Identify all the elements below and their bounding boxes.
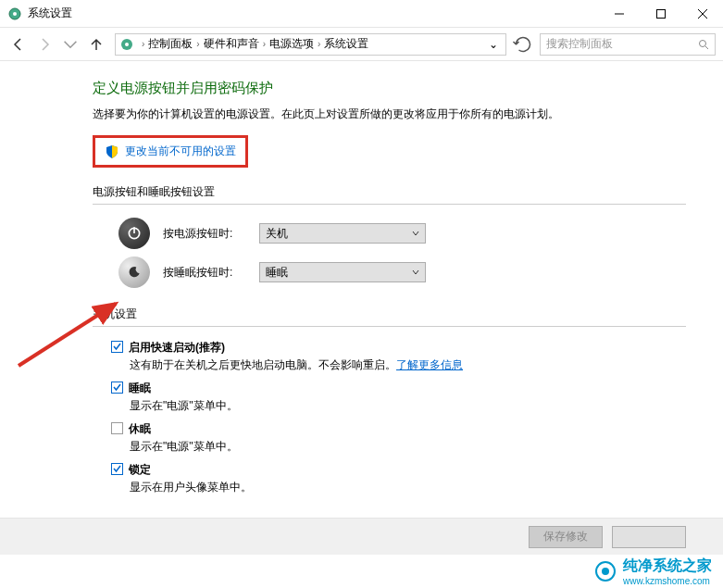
option-title: 睡眠 (129, 381, 151, 396)
svg-point-8 (700, 40, 706, 46)
watermark: 纯净系统之家 www.kzmshome.com (0, 555, 723, 588)
option-desc: 这有助于在关机之后更快地启动电脑。不会影响重启。了解更多信息 (130, 357, 686, 373)
chevron-down-icon (412, 230, 419, 237)
power-icon (118, 218, 150, 249)
save-button[interactable]: 保存修改 (529, 526, 603, 548)
breadcrumb-item[interactable]: 控制面板 (148, 36, 193, 52)
breadcrumb-item[interactable]: 电源选项 (269, 36, 314, 52)
sleep-button-row: 按睡眠按钮时: 睡眠 (118, 256, 686, 288)
history-dropdown[interactable] (59, 33, 81, 56)
chevron-icon: › (142, 39, 144, 49)
control-panel-icon (119, 37, 134, 52)
option-desc: 显示在"电源"菜单中。 (130, 398, 686, 414)
breadcrumb[interactable]: › 控制面板 › 硬件和声音 › 电源选项 › 系统设置 ⌄ (115, 33, 506, 56)
svg-line-9 (705, 46, 708, 49)
checkbox[interactable] (111, 422, 123, 434)
search-input[interactable]: 搜索控制面板 (540, 33, 716, 56)
power-button-dropdown[interactable]: 关机 (259, 223, 426, 244)
search-icon (698, 39, 709, 50)
page-subtext: 选择要为你的计算机设置的电源设置。在此页上对设置所做的更改将应用于你所有的电源计… (93, 106, 686, 122)
footer: 保存修改 (0, 518, 723, 555)
watermark-logo-icon (595, 561, 616, 582)
power-button-label: 按电源按钮时: (163, 226, 246, 242)
shield-icon (105, 144, 119, 159)
option-title: 启用快速启动(推荐) (129, 340, 225, 356)
option-desc: 显示在"电源"菜单中。 (130, 439, 686, 455)
breadcrumb-dropdown[interactable]: ⌄ (485, 38, 502, 51)
breadcrumb-item[interactable]: 硬件和声音 (204, 36, 259, 52)
divider (93, 326, 686, 327)
refresh-button[interactable] (512, 33, 534, 56)
sleep-button-dropdown[interactable]: 睡眠 (259, 262, 426, 282)
checkbox[interactable] (111, 382, 123, 394)
titlebar: 系统设置 (0, 0, 723, 28)
admin-link-highlight: 更改当前不可用的设置 (93, 135, 248, 168)
learn-more-link[interactable]: 了解更多信息 (396, 358, 463, 371)
forward-button[interactable] (33, 33, 56, 56)
sleep-button-label: 按睡眠按钮时: (163, 265, 246, 281)
section-label-shutdown: 关机设置 (93, 307, 686, 322)
chevron-icon: › (318, 39, 320, 49)
shutdown-option: 睡眠 (111, 381, 686, 396)
minimize-button[interactable] (598, 0, 640, 27)
window-title: 系统设置 (28, 6, 598, 21)
option-title: 锁定 (129, 462, 151, 478)
option-title: 休眠 (129, 421, 151, 437)
page-heading: 定义电源按钮并启用密码保护 (93, 80, 686, 97)
up-button[interactable] (85, 33, 107, 56)
svg-point-7 (125, 43, 129, 46)
shutdown-option: 休眠 (111, 421, 686, 437)
power-button-row: 按电源按钮时: 关机 (118, 218, 686, 249)
svg-rect-3 (656, 9, 665, 18)
svg-point-1 (13, 12, 17, 16)
sleep-icon (118, 256, 150, 288)
section-label-buttons: 电源按钮和睡眠按钮设置 (93, 184, 686, 200)
search-placeholder: 搜索控制面板 (546, 36, 698, 52)
chevron-icon: › (196, 39, 199, 49)
change-unavailable-settings-link[interactable]: 更改当前不可用的设置 (125, 144, 236, 159)
shutdown-option: 锁定 (111, 462, 686, 478)
watermark-text: 纯净系统之家 (623, 557, 712, 576)
watermark-url: www.kzmshome.com (623, 576, 712, 586)
app-icon (7, 6, 22, 21)
breadcrumb-item[interactable]: 系统设置 (324, 36, 368, 52)
checkbox[interactable] (111, 463, 123, 475)
shutdown-option: 启用快速启动(推荐) (111, 340, 686, 356)
navbar: › 控制面板 › 硬件和声音 › 电源选项 › 系统设置 ⌄ 搜索控制面板 (0, 28, 723, 61)
cancel-button[interactable] (612, 526, 686, 548)
chevron-icon: › (263, 39, 266, 49)
option-desc: 显示在用户头像菜单中。 (130, 480, 686, 495)
chevron-down-icon (412, 269, 419, 276)
divider (93, 204, 686, 205)
close-button[interactable] (681, 0, 723, 27)
back-button[interactable] (7, 33, 30, 56)
content-area: 定义电源按钮并启用密码保护 选择要为你的计算机设置的电源设置。在此页上对设置所做… (0, 61, 723, 519)
maximize-button[interactable] (640, 0, 681, 27)
checkbox[interactable] (111, 341, 123, 353)
